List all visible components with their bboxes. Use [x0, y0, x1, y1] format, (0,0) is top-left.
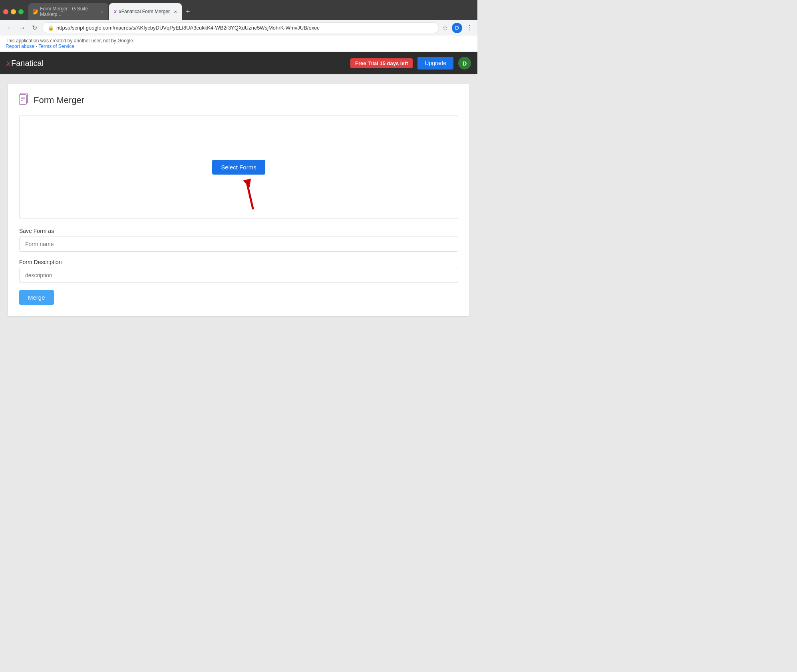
upgrade-button[interactable]: Upgrade [417, 57, 453, 70]
forward-button[interactable]: → [18, 23, 27, 33]
form-description-label: Form Description [19, 259, 458, 265]
free-trial-badge: Free Trial 15 days left [350, 58, 413, 68]
tab-2-label: xFanatical Form Merger [119, 9, 170, 14]
browser-tabs: Form Merger - G Suite Marketp... ✕ x xFa… [28, 3, 474, 20]
tab-2-close-icon[interactable]: ✕ [174, 10, 177, 14]
page-background: Form Merger Select Forms Save Form as Fo… [0, 74, 477, 340]
red-arrow-indicator [241, 175, 265, 211]
browser-tab-1[interactable]: Form Merger - G Suite Marketp... ✕ [28, 3, 108, 20]
url-bar[interactable]: 🔒 https://script.google.com/macros/s/AKf… [42, 22, 439, 33]
menu-button[interactable]: ⋮ [466, 24, 473, 32]
xfanatical-favicon-icon: x [114, 9, 117, 14]
bookmark-button[interactable]: ☆ [442, 24, 448, 32]
url-text: https://script.google.com/macros/s/AKfyc… [56, 25, 320, 31]
address-bar: ← → ↻ 🔒 https://script.google.com/macros… [0, 20, 477, 36]
merge-button[interactable]: Merge [19, 290, 54, 305]
google-favicon-icon [33, 9, 38, 14]
new-tab-button[interactable]: + [183, 3, 193, 20]
form-merger-icon [19, 93, 30, 107]
selection-area: Select Forms [19, 115, 458, 219]
app-header: xFanatical Free Trial 15 days left Upgra… [0, 52, 477, 74]
tab-bar: Form Merger - G Suite Marketp... ✕ x xFa… [0, 0, 477, 20]
browser-chrome: Form Merger - G Suite Marketp... ✕ x xFa… [0, 0, 477, 36]
tab-1-label: Form Merger - G Suite Marketp... [40, 6, 96, 17]
lock-icon: 🔒 [48, 25, 54, 31]
window-close-button[interactable] [3, 9, 8, 14]
form-name-input[interactable] [19, 237, 458, 252]
card-title: Form Merger [19, 93, 458, 107]
page-title: Form Merger [34, 95, 84, 105]
report-abuse-link[interactable]: Report abuse [6, 44, 34, 49]
window-controls [3, 9, 24, 14]
logo-x-mark: x [6, 59, 10, 68]
app-logo: xFanatical [6, 59, 44, 68]
select-forms-button[interactable]: Select Forms [212, 160, 265, 175]
svg-line-5 [247, 183, 253, 209]
info-bar-message: This application was created by another … [6, 38, 134, 44]
info-bar: This application was created by another … [0, 36, 477, 52]
main-card: Form Merger Select Forms Save Form as Fo… [8, 84, 469, 316]
window-minimize-button[interactable] [11, 9, 16, 14]
save-form-label: Save Form as [19, 228, 458, 234]
info-bar-separator: - [36, 44, 38, 49]
browser-tab-2[interactable]: x xFanatical Form Merger ✕ [109, 3, 182, 20]
app-user-avatar[interactable]: D [458, 57, 471, 70]
description-input[interactable] [19, 268, 458, 283]
reload-button[interactable]: ↻ [30, 22, 39, 33]
terms-of-service-link[interactable]: Terms of Service [39, 44, 74, 49]
window-maximize-button[interactable] [18, 9, 24, 14]
back-button[interactable]: ← [5, 23, 14, 33]
tab-1-close-icon[interactable]: ✕ [100, 10, 103, 14]
svg-rect-1 [19, 95, 26, 104]
header-right: Free Trial 15 days left Upgrade D [350, 57, 471, 70]
browser-actions: ☆ D ⋮ [442, 23, 473, 33]
browser-user-avatar[interactable]: D [452, 23, 462, 33]
logo-brand: Fanatical [11, 59, 44, 68]
